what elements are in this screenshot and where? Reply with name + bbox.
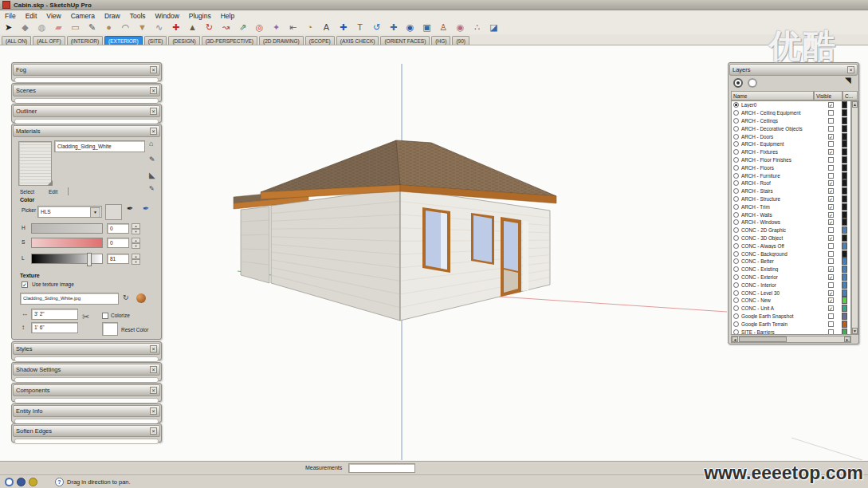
layer-row[interactable]: SITE - Barriers [732,328,850,335]
layer-visible-checkbox[interactable]: ✓ [828,290,834,296]
layer-color-chip[interactable] [842,297,847,304]
layer-visible-checkbox[interactable]: ✓ [828,204,834,210]
layer-radio[interactable] [733,243,739,249]
scene-tab-orient-faces[interactable]: (ORIENT FACES) [380,36,430,45]
layer-visible-checkbox[interactable]: ✓ [828,196,834,202]
layer-color-chip[interactable] [842,203,847,211]
scene-tab-3d-perspective[interactable]: (3D-PERSPECTIVE) [202,36,257,45]
texture-sphere-icon[interactable] [136,293,146,303]
close-icon[interactable]: ✕ [847,66,854,73]
details-arrow-icon[interactable]: ◥ [845,76,851,85]
push-pull-icon[interactable]: ▲ [184,22,201,33]
layer-color-chip[interactable] [842,195,847,203]
menu-plugins[interactable]: Plugins [184,12,216,20]
lightness-slider[interactable] [31,254,103,264]
use-texture-checkbox[interactable]: ✓ [22,281,28,288]
scene-tab-axis-check[interactable]: (AXIS CHECK) [336,36,379,45]
layer-radio[interactable] [733,149,739,155]
layer-row[interactable]: Layer0✓ [732,101,850,109]
layer-visible-checkbox[interactable]: ✓ [828,102,834,108]
colorize-checkbox[interactable] [102,313,108,319]
dimension-icon[interactable]: ⇤ [285,22,301,33]
layer-visible-checkbox[interactable] [828,313,834,319]
paint-bucket-icon[interactable]: ◍ [33,22,50,33]
match-color-screen-icon[interactable]: ✒ [143,204,149,213]
close-icon[interactable]: ✕ [150,366,157,373]
layer-visible-checkbox[interactable]: ✓ [828,266,834,272]
column-header-visible[interactable]: Visible [814,91,842,100]
layer-radio[interactable] [733,118,739,124]
lightness-spinner[interactable]: ▲▼ [132,254,140,264]
layer-radio[interactable] [733,305,739,311]
layer-row[interactable]: Google Earth Terrain [732,320,850,328]
layer-radio[interactable] [733,196,739,202]
layer-row[interactable]: ARCH - Roof✓ [732,179,850,187]
close-icon[interactable]: ✕ [150,66,157,73]
scene-tab-2d-drawing[interactable]: (2D DRAWING) [259,36,304,45]
layer-row[interactable]: ARCH - Floors [732,163,850,171]
aspect-lock-icon[interactable]: ✂ [82,312,89,322]
layer-color-chip[interactable] [842,164,847,171]
layer-visible-checkbox[interactable] [828,173,834,179]
saturation-spinner[interactable]: ▲▼ [132,238,140,248]
scene-tab-90[interactable]: (90) [452,36,469,45]
layer-radio[interactable] [733,297,739,303]
layer-color-chip[interactable] [842,329,847,336]
layer-color-chip[interactable] [842,101,847,108]
layer-visible-checkbox[interactable]: ✓ [828,235,834,241]
column-header-color[interactable]: C... [842,91,858,100]
layer-color-chip[interactable] [842,172,847,179]
circle-icon[interactable]: ● [100,22,117,33]
saturation-value[interactable]: 0 [107,238,129,248]
in-model-icon[interactable]: ⌂ [149,140,153,148]
layer-color-chip[interactable] [842,321,847,328]
polygon-icon[interactable]: ▼ [134,22,151,33]
menu-view[interactable]: View [41,12,65,20]
3d-text-icon[interactable]: T [352,22,368,33]
scroll-left-icon[interactable]: ◄ [732,336,738,342]
close-icon[interactable]: ✕ [150,345,157,352]
layer-color-chip[interactable] [842,148,847,155]
layer-row[interactable]: ARCH - Decorative Objects [732,124,850,132]
zoom-extents-icon[interactable]: ▣ [418,22,435,33]
layer-visible-checkbox[interactable]: ✓ [828,219,834,225]
close-icon[interactable]: ✕ [150,128,157,135]
layer-radio[interactable] [733,102,739,108]
layer-visible-checkbox[interactable]: ✓ [828,134,834,140]
layer-visible-checkbox[interactable] [828,243,834,249]
layer-color-chip[interactable] [842,250,847,258]
layer-visible-checkbox[interactable] [828,282,834,288]
soften-edges-panel-header[interactable]: Soften Edges ✕ [13,425,160,437]
layer-color-chip[interactable] [842,125,847,132]
layer-visible-checkbox[interactable]: ✓ [828,180,834,186]
layer-visible-checkbox[interactable] [828,141,834,147]
menu-file[interactable]: File [0,12,21,20]
materials-panel-header[interactable]: Materials ✕ [13,125,160,137]
hue-value[interactable]: 0 [107,223,129,234]
layer-radio[interactable] [733,219,739,225]
close-icon[interactable]: ✕ [150,87,157,94]
layer-radio[interactable] [733,141,739,147]
layer-visible-checkbox[interactable]: ✓ [828,149,834,155]
layer-row[interactable]: CONC - 3D Object✓ [732,234,850,242]
offset-icon[interactable]: ◎ [251,22,268,33]
slider-handle[interactable] [87,253,92,266]
layer-row[interactable]: ARCH - Floor Finishes [732,156,850,164]
layer-radio[interactable] [733,290,739,296]
layer-color-chip[interactable] [842,187,847,195]
look-around-icon[interactable]: ◉ [452,22,469,33]
layer-color-chip[interactable] [842,266,847,273]
line-icon[interactable]: ✎ [84,22,100,33]
tape-measure-icon[interactable]: ✦ [268,22,285,33]
layer-color-chip[interactable] [842,156,847,163]
material-name-field[interactable]: Cladding_Siding_White [54,140,145,152]
layer-row[interactable]: Google Earth Snapshot [732,313,850,321]
layer-color-chip[interactable] [842,226,847,234]
layer-radio[interactable] [733,321,739,327]
layer-visible-checkbox[interactable] [828,110,834,116]
arc-icon[interactable]: ◠ [117,22,134,33]
rotate-icon[interactable]: ↻ [201,22,218,33]
select-icon[interactable]: ➤ [0,22,17,33]
axes-icon[interactable]: ✚ [335,22,352,33]
move-icon[interactable]: ✚ [167,22,184,33]
